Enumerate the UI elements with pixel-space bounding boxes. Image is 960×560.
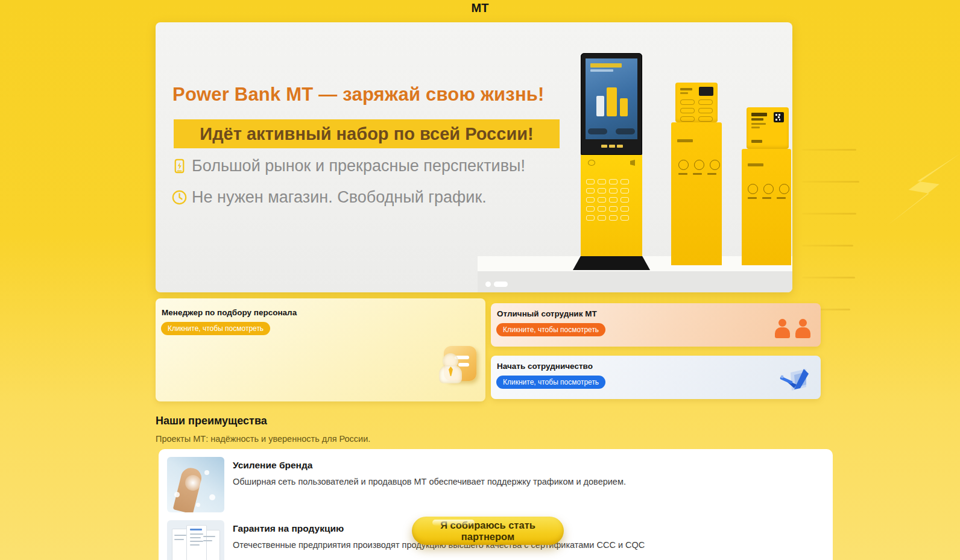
payment-labels [748,197,786,199]
bg-lightning-shape [886,154,960,226]
advantage-text: Обширная сеть пользователей и продавцов … [233,477,626,486]
bg-streak [802,277,855,278]
signing-pen-3d-icon [776,360,811,395]
advantage-title: Усиление бренда [233,460,312,471]
hero-banner-strip: Идёт активный набор по всей России! [174,119,560,148]
hero-headline: Power Bank MT — заряжай свою жизнь! [172,84,545,105]
hero-bullet-market: Большой рынок и прекрасные перспективы! [171,157,525,175]
promo-card-title: Отличный сотрудник МТ [497,309,597,318]
carousel-dot-active[interactable] [494,282,508,287]
kiosk-powerbank-slots [586,179,637,221]
qr-code-icon [774,112,784,122]
advantage-item: Усиление бренда Обширная сеть пользовате… [167,457,824,512]
promo-card-title: Менеджер по подбору персонала [162,308,297,317]
bg-streak [802,181,859,183]
bg-streak [802,149,856,151]
bg-streak [802,213,856,215]
two-people-icon [775,319,812,338]
carousel-dot[interactable] [485,282,491,287]
promo-card-manager[interactable]: Менеджер по подбору персонала Кликните, … [156,298,485,401]
hero-banner[interactable]: Power Bank MT — заряжай свою жизнь! Идёт… [156,22,792,292]
view-button-manager[interactable]: Кликните, чтобы посмотреть [161,322,270,335]
kiosk-tower-head [675,83,718,122]
kiosk-screen-cabinet [581,53,642,155]
hero-bullet-text: Большой рынок и прекрасные перспективы! [192,157,525,175]
advantage-title: Гарантия на продукцию [233,523,344,534]
payment-icons [678,160,720,170]
promo-card-title: Начать сотрудничество [497,362,593,371]
become-partner-button[interactable]: Я собираюсь стать партнером [412,517,564,545]
page-title: МТ [0,1,960,15]
kiosk-indicator-lights [601,145,623,148]
kiosk-qr-column [742,149,791,265]
payment-icons [748,184,789,194]
advantages-heading: Наши преимущества [156,415,267,427]
view-button-cooperation[interactable]: Кликните, чтобы посмотреть [496,376,605,389]
promo-card-employee[interactable]: Отличный сотрудник МТ Кликните, чтобы по… [491,303,821,347]
hero-bullet-text: Не нужен магазин. Свободный график. [192,188,487,207]
view-button-employee[interactable]: Кликните, чтобы посмотреть [496,323,605,336]
payment-labels [678,173,716,175]
certificates-image [167,520,224,560]
powerbank-icon [171,158,188,174]
hero-floor-shadow [478,271,792,292]
bg-streak [802,245,853,247]
kiosk-display [586,58,637,139]
kiosk-tower-column [671,122,722,265]
kiosk-tower-slots [680,99,713,122]
kiosk-slot-body [581,155,642,256]
kiosk-qr-head [747,107,789,149]
advantages-subheading: Проекты МТ: надёжность и уверенность для… [156,434,370,444]
promo-card-cooperation[interactable]: Начать сотрудничество Кликните, чтобы по… [491,356,821,399]
kiosk-base [573,256,650,270]
id-badge-3d-icon [439,342,478,385]
clock-icon [171,189,188,206]
brand-network-image [167,457,224,512]
hero-bullet-schedule: Не нужен магазин. Свободный график. [171,188,487,207]
